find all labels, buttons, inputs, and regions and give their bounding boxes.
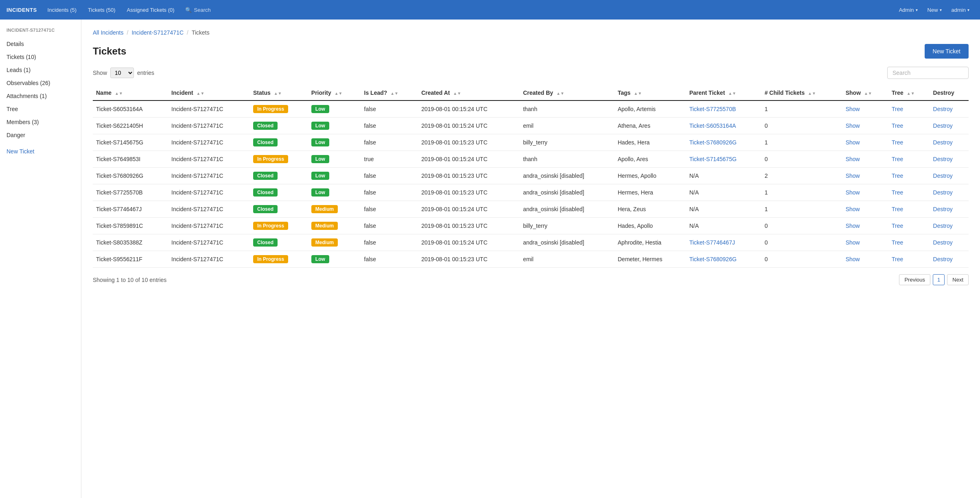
breadcrumb-all-incidents[interactable]: All Incidents: [93, 29, 123, 36]
show-link[interactable]: Show: [846, 122, 860, 129]
ticket-show[interactable]: Show: [842, 234, 888, 251]
ticket-show[interactable]: Show: [842, 184, 888, 201]
ticket-parent[interactable]: Ticket-S6053164A: [686, 118, 761, 134]
parent-ticket-link[interactable]: Ticket-S7746467J: [689, 239, 735, 246]
sidebar-observables[interactable]: Observables (26): [0, 76, 81, 90]
ticket-tree[interactable]: Tree: [888, 118, 930, 134]
sidebar-attachments[interactable]: Attachments (1): [0, 90, 81, 103]
ticket-show[interactable]: Show: [842, 218, 888, 234]
sidebar-details[interactable]: Details: [0, 37, 81, 50]
show-link[interactable]: Show: [846, 223, 860, 229]
ticket-destroy[interactable]: Destroy: [930, 168, 969, 184]
parent-ticket-link[interactable]: Ticket-S7680926G: [689, 256, 737, 262]
ticket-parent[interactable]: Ticket-S7680926G: [686, 251, 761, 268]
tree-link[interactable]: Tree: [892, 206, 903, 212]
show-link[interactable]: Show: [846, 139, 860, 146]
ticket-tree[interactable]: Tree: [888, 218, 930, 234]
tree-link[interactable]: Tree: [892, 239, 903, 246]
col-show[interactable]: Show ▲▼: [842, 85, 888, 100]
sidebar-members[interactable]: Members (3): [0, 116, 81, 129]
tree-link[interactable]: Tree: [892, 139, 903, 146]
ticket-parent[interactable]: Ticket-S7725570B: [686, 100, 761, 118]
col-incident[interactable]: Incident ▲▼: [168, 85, 250, 100]
show-link[interactable]: Show: [846, 239, 860, 246]
destroy-link[interactable]: Destroy: [933, 122, 953, 129]
ticket-show[interactable]: Show: [842, 251, 888, 268]
ticket-tree[interactable]: Tree: [888, 134, 930, 151]
tree-link[interactable]: Tree: [892, 223, 903, 229]
new-ticket-button[interactable]: New Ticket: [925, 44, 969, 59]
previous-page-button[interactable]: Previous: [899, 274, 930, 285]
breadcrumb-incident[interactable]: Incident-S7127471C: [131, 29, 184, 36]
ticket-parent[interactable]: Ticket-S7746467J: [686, 234, 761, 251]
destroy-link[interactable]: Destroy: [933, 139, 953, 146]
ticket-show[interactable]: Show: [842, 134, 888, 151]
nav-incidents[interactable]: Incidents (5): [42, 4, 83, 16]
nav-assigned-tickets[interactable]: Assigned Tickets (0): [121, 4, 180, 16]
destroy-link[interactable]: Destroy: [933, 256, 953, 262]
table-search-input[interactable]: [887, 67, 969, 79]
destroy-link[interactable]: Destroy: [933, 106, 953, 112]
ticket-parent[interactable]: Ticket-S7145675G: [686, 151, 761, 168]
parent-ticket-link[interactable]: Ticket-S6053164A: [689, 122, 736, 129]
show-link[interactable]: Show: [846, 206, 860, 212]
sidebar-leads[interactable]: Leads (1): [0, 63, 81, 76]
ticket-destroy[interactable]: Destroy: [930, 218, 969, 234]
sidebar-danger[interactable]: Danger: [0, 129, 81, 142]
ticket-tree[interactable]: Tree: [888, 151, 930, 168]
parent-ticket-link[interactable]: Ticket-S7680926G: [689, 139, 737, 146]
nav-search[interactable]: 🔍 Search: [185, 7, 211, 13]
ticket-destroy[interactable]: Destroy: [930, 184, 969, 201]
col-parent-ticket[interactable]: Parent Ticket ▲▼: [686, 85, 761, 100]
nav-admin-menu[interactable]: Admin ▾: [895, 4, 922, 15]
ticket-show[interactable]: Show: [842, 201, 888, 218]
col-created-at[interactable]: Created At ▲▼: [418, 85, 520, 100]
col-priority[interactable]: Priority ▲▼: [308, 85, 361, 100]
col-is-lead[interactable]: Is Lead? ▲▼: [361, 85, 418, 100]
sidebar-tree[interactable]: Tree: [0, 103, 81, 116]
parent-ticket-link[interactable]: Ticket-S7145675G: [689, 156, 737, 162]
destroy-link[interactable]: Destroy: [933, 206, 953, 212]
tree-link[interactable]: Tree: [892, 173, 903, 179]
show-link[interactable]: Show: [846, 156, 860, 162]
ticket-destroy[interactable]: Destroy: [930, 118, 969, 134]
ticket-destroy[interactable]: Destroy: [930, 100, 969, 118]
nav-tickets[interactable]: Tickets (50): [82, 4, 121, 16]
col-created-by[interactable]: Created By ▲▼: [520, 85, 615, 100]
destroy-link[interactable]: Destroy: [933, 239, 953, 246]
ticket-tree[interactable]: Tree: [888, 184, 930, 201]
ticket-show[interactable]: Show: [842, 168, 888, 184]
destroy-link[interactable]: Destroy: [933, 156, 953, 162]
tree-link[interactable]: Tree: [892, 256, 903, 262]
ticket-tree[interactable]: Tree: [888, 100, 930, 118]
ticket-parent[interactable]: Ticket-S7680926G: [686, 134, 761, 151]
ticket-destroy[interactable]: Destroy: [930, 234, 969, 251]
col-tags[interactable]: Tags ▲▼: [615, 85, 686, 100]
ticket-tree[interactable]: Tree: [888, 201, 930, 218]
ticket-destroy[interactable]: Destroy: [930, 201, 969, 218]
ticket-show[interactable]: Show: [842, 118, 888, 134]
tree-link[interactable]: Tree: [892, 189, 903, 196]
destroy-link[interactable]: Destroy: [933, 173, 953, 179]
tree-link[interactable]: Tree: [892, 122, 903, 129]
col-child-tickets[interactable]: # Child Tickets ▲▼: [761, 85, 842, 100]
nav-new-menu[interactable]: New ▾: [923, 4, 946, 15]
ticket-destroy[interactable]: Destroy: [930, 151, 969, 168]
tree-link[interactable]: Tree: [892, 106, 903, 112]
ticket-tree[interactable]: Tree: [888, 234, 930, 251]
col-tree[interactable]: Tree ▲▼: [888, 85, 930, 100]
destroy-link[interactable]: Destroy: [933, 189, 953, 196]
sidebar-new-ticket[interactable]: New Ticket: [0, 145, 81, 158]
ticket-show[interactable]: Show: [842, 151, 888, 168]
ticket-tree[interactable]: Tree: [888, 251, 930, 268]
parent-ticket-link[interactable]: Ticket-S7725570B: [689, 106, 736, 112]
ticket-destroy[interactable]: Destroy: [930, 251, 969, 268]
col-status[interactable]: Status ▲▼: [250, 85, 308, 100]
entries-select[interactable]: 10 25 50 100: [110, 68, 134, 78]
col-name[interactable]: Name ▲▼: [93, 85, 168, 100]
next-page-button[interactable]: Next: [947, 274, 969, 285]
show-link[interactable]: Show: [846, 256, 860, 262]
nav-user-menu[interactable]: admin ▾: [947, 4, 973, 15]
ticket-show[interactable]: Show: [842, 100, 888, 118]
show-link[interactable]: Show: [846, 173, 860, 179]
